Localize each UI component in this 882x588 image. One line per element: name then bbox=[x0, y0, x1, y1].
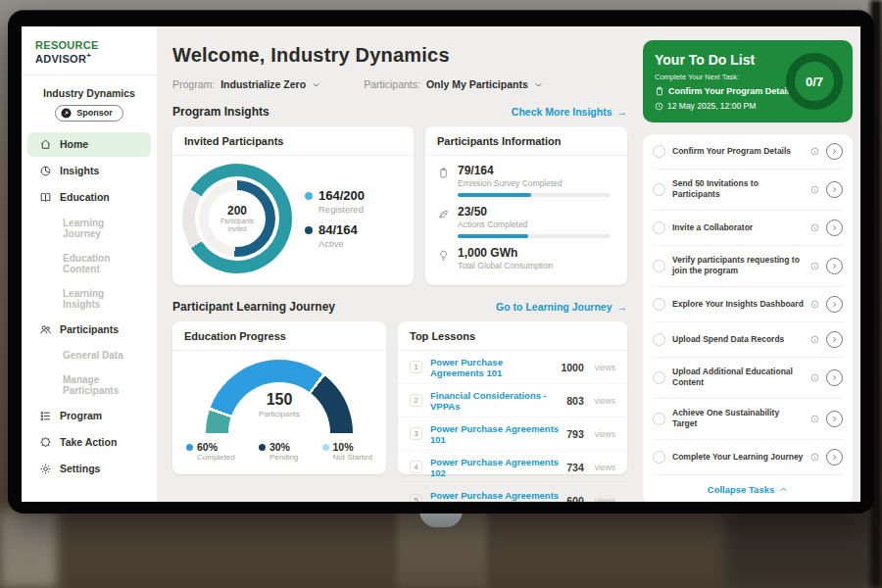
info-icon[interactable] bbox=[810, 147, 819, 156]
task-checkbox[interactable] bbox=[653, 260, 665, 272]
lesson-rank: 4 bbox=[410, 461, 422, 473]
sponsor-badge-icon bbox=[61, 108, 72, 119]
sidebar-item-home[interactable]: Home bbox=[27, 132, 151, 157]
task-checkbox[interactable] bbox=[653, 333, 665, 346]
survey-clipboard-icon bbox=[437, 167, 450, 179]
sidebar-item-take-action[interactable]: Take Action bbox=[27, 430, 151, 455]
info-icon[interactable] bbox=[810, 415, 819, 423]
lesson-link[interactable]: Power Purchase Agreements 103 bbox=[430, 490, 559, 503]
education-legend: 60%Completed 30%Pending 10%Not Started bbox=[182, 441, 376, 462]
task-row: Send 50 Invitations to Participants bbox=[653, 170, 843, 211]
task-go-button[interactable] bbox=[826, 411, 843, 427]
sidebar-item-insights[interactable]: Insights bbox=[27, 159, 151, 183]
sidebar-nav: Home Insights Education Learning Journey… bbox=[22, 131, 157, 482]
education-gauge: 150 Participants bbox=[206, 360, 353, 434]
info-icon[interactable] bbox=[810, 223, 819, 232]
task-go-button[interactable] bbox=[826, 369, 843, 386]
lesson-rank: 2 bbox=[410, 394, 422, 407]
sidebar-item-participants[interactable]: Participants bbox=[27, 318, 151, 342]
check-more-insights-link[interactable]: Check More Insights → bbox=[512, 106, 627, 118]
task-go-button[interactable] bbox=[826, 181, 843, 198]
task-go-button[interactable] bbox=[826, 258, 843, 274]
task-row: Upload Additional Educational Content bbox=[653, 358, 843, 399]
lesson-link[interactable]: Power Purchase Agreements 102 bbox=[430, 457, 559, 478]
chevron-down-icon bbox=[312, 80, 320, 89]
lesson-rank: 3 bbox=[410, 427, 422, 440]
lesson-row: 5 Power Purchase Agreements 103 600views bbox=[398, 484, 627, 502]
sidebar-item-learning-insights[interactable]: Learning Insights bbox=[27, 282, 151, 316]
clipboard-icon bbox=[655, 86, 664, 96]
lesson-link[interactable]: Power Purchase Agreements 101 bbox=[430, 357, 553, 378]
program-list-icon bbox=[39, 410, 52, 422]
task-go-button[interactable] bbox=[826, 296, 843, 313]
info-icon[interactable] bbox=[810, 373, 819, 382]
participants-dropdown[interactable]: Participants: Only My Participants bbox=[364, 78, 543, 90]
program-dropdown[interactable]: Program: Industrialize Zero bbox=[172, 78, 320, 90]
invited-participants-title: Invited Participants bbox=[172, 126, 414, 156]
actions-progress-bar bbox=[458, 234, 611, 238]
sidebar-item-manage-participants[interactable]: Manage Participants bbox=[27, 368, 151, 402]
invited-legend: 164/200 Registered 84/164 Active bbox=[305, 180, 365, 257]
lesson-row: 1 Power Purchase Agreements 101 1000view… bbox=[398, 351, 627, 384]
sidebar-item-general-data[interactable]: General Data bbox=[27, 344, 151, 367]
collapse-tasks-link[interactable]: Collapse Tasks bbox=[653, 475, 843, 502]
info-icon[interactable] bbox=[810, 335, 819, 344]
go-to-learning-journey-link[interactable]: Go to Learning Journey → bbox=[496, 301, 627, 313]
sidebar: RESOURCE ADVISOR+ Industry Dynamics Spon… bbox=[22, 26, 157, 502]
todo-counter: 0/7 bbox=[806, 74, 823, 89]
task-go-button[interactable] bbox=[826, 143, 843, 160]
sidebar-item-program[interactable]: Program bbox=[27, 404, 151, 428]
consumption-row: 1,000 GWh Total Global Consumption bbox=[425, 238, 627, 270]
legend-completed: 60%Completed bbox=[186, 441, 235, 462]
not-started-dot bbox=[322, 444, 329, 451]
lesson-row: 4 Power Purchase Agreements 102 734views bbox=[398, 451, 627, 484]
sponsor-badge: Sponsor bbox=[55, 105, 123, 122]
invited-center-label: Participants Invited bbox=[220, 218, 254, 234]
education-icon bbox=[39, 191, 52, 204]
invited-participants-card: Invited Participants 200 Participants In… bbox=[172, 126, 414, 285]
invited-center-value: 200 bbox=[227, 204, 247, 218]
actions-completed-row: 23/50 Actions Completed bbox=[425, 197, 627, 238]
task-row: Upload Spend Data Records bbox=[653, 322, 843, 358]
participants-information-card: Participants Information 79/164 Emission… bbox=[425, 126, 627, 285]
task-go-button[interactable] bbox=[826, 449, 843, 466]
chevron-up-icon bbox=[779, 485, 788, 494]
info-icon[interactable] bbox=[810, 300, 819, 309]
task-go-button[interactable] bbox=[826, 220, 843, 236]
legend-not-started: 10%Not Started bbox=[322, 441, 372, 462]
task-checkbox[interactable] bbox=[653, 221, 665, 234]
task-row: Verify participants requesting to join t… bbox=[653, 246, 843, 287]
sidebar-item-education-content[interactable]: Education Content bbox=[27, 247, 151, 280]
logo-plus: + bbox=[86, 51, 91, 60]
task-checkbox[interactable] bbox=[653, 451, 665, 464]
info-icon[interactable] bbox=[810, 185, 819, 194]
top-lessons-title: Top Lessons bbox=[398, 321, 627, 351]
task-go-button[interactable] bbox=[826, 331, 843, 348]
task-checkbox[interactable] bbox=[653, 145, 665, 158]
info-icon[interactable] bbox=[810, 453, 819, 462]
legend-registered: 164/200 Registered bbox=[305, 188, 365, 215]
background-left-strip bbox=[0, 510, 57, 588]
task-checkbox[interactable] bbox=[653, 371, 665, 384]
settings-gear-icon bbox=[39, 463, 52, 475]
lesson-row: 2 Financial Considerations - VPPAs 803vi… bbox=[398, 384, 627, 417]
home-icon bbox=[39, 138, 52, 151]
take-action-icon bbox=[39, 436, 52, 449]
lesson-link[interactable]: Financial Considerations - VPPAs bbox=[430, 390, 559, 412]
emission-progress-bar bbox=[458, 193, 611, 197]
sidebar-item-learning-journey[interactable]: Learning Journey bbox=[27, 212, 151, 245]
task-checkbox[interactable] bbox=[653, 183, 665, 196]
lightbulb-icon bbox=[437, 249, 450, 262]
lesson-rank: 1 bbox=[410, 361, 422, 373]
task-row: Achieve One Sustainability Target bbox=[653, 399, 843, 440]
task-checkbox[interactable] bbox=[653, 413, 665, 425]
registered-dot bbox=[305, 192, 313, 200]
sidebar-item-settings[interactable]: Settings bbox=[27, 457, 151, 481]
lesson-link[interactable]: Power Purchase Agreements 101 bbox=[430, 423, 559, 445]
participants-icon bbox=[39, 323, 52, 336]
todo-next-task: Confirm Your Program Details bbox=[655, 86, 802, 96]
info-icon[interactable] bbox=[810, 262, 819, 270]
sidebar-item-education[interactable]: Education bbox=[27, 185, 151, 210]
task-checkbox[interactable] bbox=[653, 298, 665, 311]
background-shadow bbox=[725, 508, 882, 588]
